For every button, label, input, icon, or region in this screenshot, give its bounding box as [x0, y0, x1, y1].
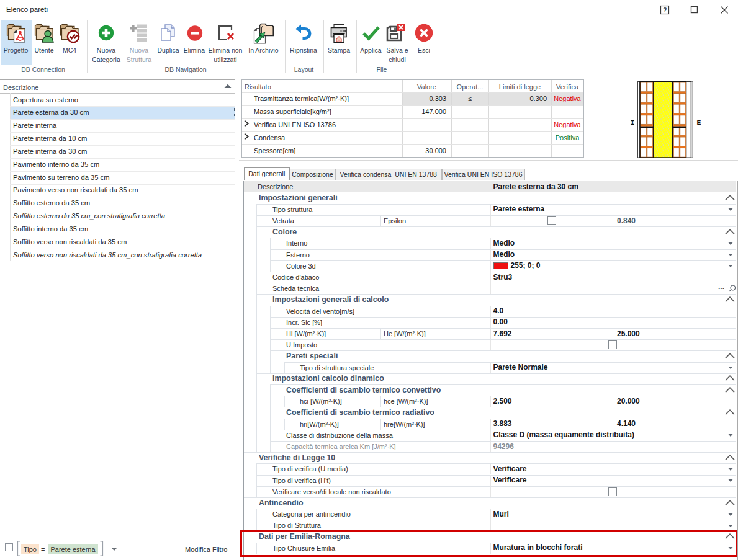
svg-text:?: ? [663, 7, 667, 14]
svg-text:I: I [631, 118, 635, 127]
svg-text:E: E [697, 118, 701, 127]
